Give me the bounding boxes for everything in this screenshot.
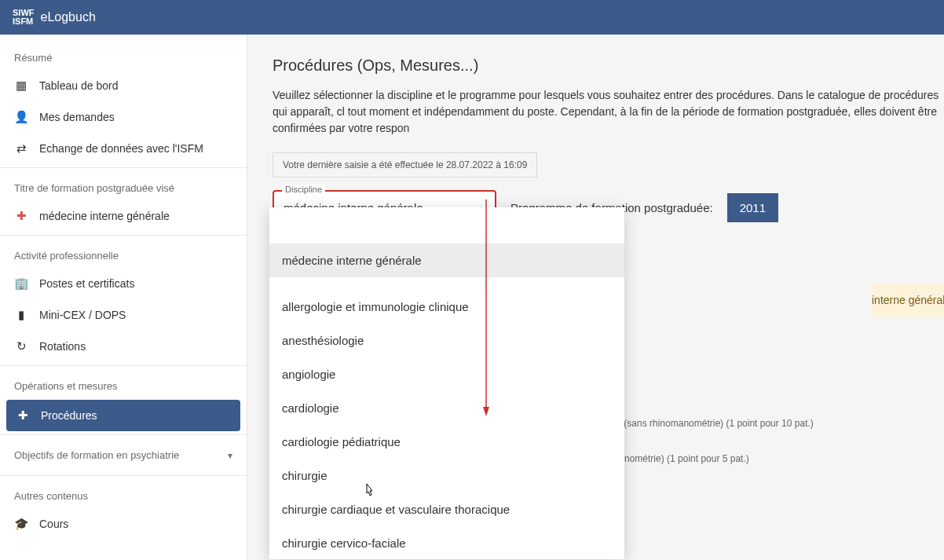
sidebar-item-posts[interactable]: 🏢 Postes et certificats (0, 268, 247, 299)
sidebar-section-operations: Opérations et mesures (0, 369, 247, 398)
sidebar-section-other: Autres contenus (0, 479, 247, 508)
sidebar-section-resume: Résumé (0, 41, 247, 70)
divider (0, 365, 247, 366)
sidebar-section-title-target: Titre de formation postgraduée visé (0, 171, 247, 200)
sidebar-item-medicine[interactable]: ✚ médecine interne générale (0, 200, 247, 232)
building-icon: 🏢 (14, 276, 28, 291)
divider (0, 235, 247, 236)
sidebar-item-label: Postes et certificats (39, 277, 134, 290)
user-icon: 👤 (14, 110, 28, 124)
dropdown-option[interactable]: chirurgie cervico-faciale (269, 526, 624, 559)
divider (0, 434, 247, 435)
sidebar-item-requests[interactable]: 👤 Mes demandes (0, 101, 247, 133)
sidebar-item-label: Mini-CEX / DOPS (39, 309, 126, 321)
page-title: Procédures (Ops, Mesures...) (273, 57, 944, 75)
dropdown-option[interactable]: médecine interne générale (269, 243, 624, 277)
discipline-field-label: Discipline (282, 185, 325, 194)
sidebar-item-rotations[interactable]: ↻ Rotations (0, 331, 247, 362)
app-name: eLogbuch (41, 10, 96, 24)
discipline-dropdown[interactable]: médecine interne générale allergologie e… (269, 207, 624, 559)
sidebar-item-psychiatry-objectives[interactable]: Objectifs de formation en psychiatrie ▾ (0, 438, 247, 472)
dropdown-option[interactable]: allergologie et immunologie clinique (269, 290, 624, 324)
sidebar-item-procedures[interactable]: ✚ Procédures (6, 400, 240, 431)
sidebar-item-label: Objectifs de formation en psychiatrie (14, 449, 179, 461)
dropdown-option[interactable]: chirurgie cardiaque et vasculaire thorac… (269, 492, 624, 526)
sidebar-item-label: Cours (39, 518, 68, 530)
sidebar-item-label: Mes demandes (39, 111, 115, 123)
plus-icon: ✚ (16, 408, 30, 423)
sidebar-item-courses[interactable]: 🎓 Cours (0, 508, 247, 540)
dropdown-option[interactable]: cardiologie pédiatrique (269, 425, 624, 459)
sidebar-item-label: Rotations (39, 340, 86, 353)
card-icon: ▮ (14, 308, 28, 322)
sidebar-item-minicex[interactable]: ▮ Mini-CEX / DOPS (0, 299, 247, 331)
divider (0, 167, 247, 168)
app-header: SIWF ISFM eLogbuch (0, 0, 944, 35)
medical-cross-icon: ✚ (14, 209, 28, 223)
sidebar: Résumé ▦ Tableau de bord 👤 Mes demandes … (0, 35, 247, 560)
page-intro: Veuillez sélectionner la discipline et l… (273, 87, 944, 137)
dropdown-option[interactable]: chirurgie (269, 459, 624, 492)
divider (0, 475, 247, 476)
dropdown-option[interactable]: cardiologie (269, 391, 624, 425)
sidebar-item-label: médecine interne générale (39, 210, 170, 222)
dropdown-spacer (269, 207, 624, 243)
sidebar-item-dashboard[interactable]: ▦ Tableau de bord (0, 70, 247, 101)
dashboard-icon: ▦ (14, 79, 28, 93)
chevron-down-icon: ▾ (228, 450, 232, 461)
year-badge[interactable]: 2011 (727, 193, 778, 222)
graduation-icon: 🎓 (14, 517, 28, 531)
table-row: ènes (sans rhinomanométrie) (1 point pou… (601, 418, 814, 429)
last-entry-info: Votre dernière saisie a été effectuée le… (273, 152, 537, 178)
warning-banner: interne générale ne comporte pas de proc… (872, 283, 944, 317)
rotation-icon: ↻ (14, 339, 28, 353)
exchange-icon: ⇄ (14, 141, 28, 156)
dropdown-option[interactable]: angiologie (269, 357, 624, 391)
sidebar-item-label: Procédures (41, 409, 97, 422)
sidebar-section-activity: Activité professionnelle (0, 239, 247, 268)
sidebar-item-label: Echange de données avec l'ISFM (39, 142, 203, 155)
logo-mark: SIWF ISFM (13, 9, 35, 26)
sidebar-item-label: Tableau de bord (39, 79, 118, 92)
dropdown-option[interactable]: anesthésiologie (269, 324, 624, 357)
logo: SIWF ISFM eLogbuch (13, 9, 96, 26)
sidebar-item-exchange[interactable]: ⇄ Echange de données avec l'ISFM (0, 133, 247, 164)
